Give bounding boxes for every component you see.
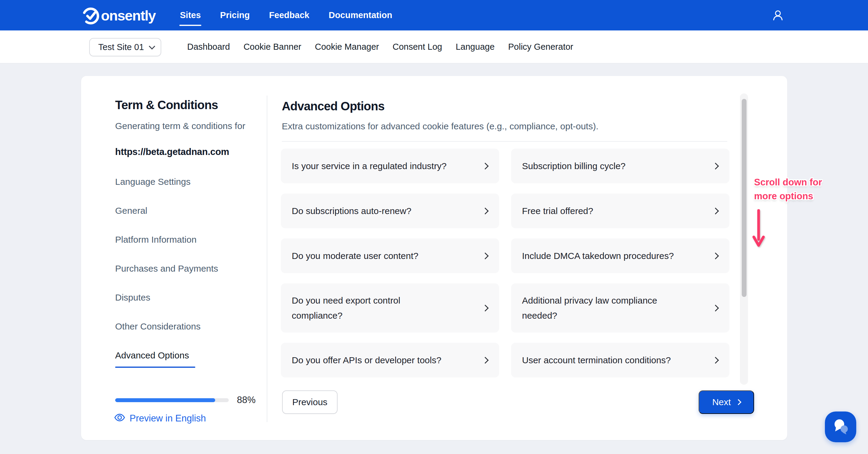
question-regulated-industry[interactable]: Is your service in a regulated industry?	[281, 149, 499, 183]
question-label: Is your service in a regulated industry?	[292, 158, 447, 174]
scroll-annotation-line2: more options	[754, 189, 822, 203]
site-url: https://beta.getadnan.com	[115, 147, 229, 157]
chevron-right-icon	[482, 162, 489, 170]
question-label: Do subscriptions auto-renew?	[292, 204, 411, 218]
panel-divider	[282, 141, 727, 142]
user-icon[interactable]	[772, 9, 784, 22]
panel-scrollbar-thumb[interactable]	[742, 99, 747, 297]
consently-app: onsently Sites Pricing Feedback Document…	[0, 0, 868, 454]
next-button[interactable]: Next	[699, 390, 754, 414]
site-selector-label: Test Site 01	[98, 42, 144, 52]
preview-in-english-link[interactable]: Preview in English	[114, 413, 206, 424]
step-general[interactable]: General	[115, 204, 218, 217]
step-other-considerations[interactable]: Other Considerations	[115, 320, 218, 333]
logo-wordmark: onsently	[101, 7, 156, 24]
step-disputes[interactable]: Disputes	[115, 291, 218, 304]
site-navbar: Test Site 01 Dashboard Cookie Banner Coo…	[0, 30, 868, 64]
question-moderate-content[interactable]: Do you moderate user content?	[281, 238, 499, 273]
step-advanced-options[interactable]: Advanced Options	[115, 349, 218, 362]
questions-grid: Is your service in a regulated industry?…	[281, 149, 730, 377]
chevron-right-icon	[482, 207, 489, 214]
question-auto-renew[interactable]: Do subscriptions auto-renew?	[281, 193, 499, 228]
wizard-steps: Language Settings General Platform Infor…	[115, 176, 218, 378]
top-navbar: onsently Sites Pricing Feedback Document…	[0, 0, 868, 30]
sidebar-divider	[267, 96, 267, 422]
question-label: Include DMCA takedown procedures?	[522, 248, 674, 264]
question-label: Free trial offered?	[522, 204, 593, 218]
chevron-right-icon	[482, 357, 489, 364]
nav-item-documentation[interactable]: Documentation	[329, 10, 392, 20]
nav-item-pricing[interactable]: Pricing	[220, 10, 250, 20]
step-purchases-and-payments[interactable]: Purchases and Payments	[115, 262, 218, 275]
question-billing-cycle[interactable]: Subscription billing cycle?	[511, 149, 730, 183]
question-apis-tools[interactable]: Do you offer APIs or developer tools?	[281, 343, 499, 377]
chevron-right-icon	[482, 252, 489, 259]
chevron-right-icon	[712, 207, 719, 214]
progress-bar-fill	[115, 398, 215, 402]
site-nav-consent-log[interactable]: Consent Log	[393, 42, 442, 52]
question-label: Do you need export control compliance?	[292, 293, 442, 323]
wizard-sidebar: Term & Conditions Generating term & cond…	[81, 76, 267, 440]
chevron-right-icon	[735, 399, 741, 405]
question-label: Do you moderate user content?	[292, 248, 418, 264]
step-language-settings[interactable]: Language Settings	[115, 176, 218, 188]
question-label: Additional privacy law compliance needed…	[522, 293, 673, 323]
site-nav-cookie-banner[interactable]: Cookie Banner	[244, 42, 301, 52]
next-button-label: Next	[712, 397, 731, 407]
progress-bar	[115, 398, 229, 402]
step-platform-information[interactable]: Platform Information	[115, 233, 218, 246]
site-nav-policy-generator[interactable]: Policy Generator	[508, 42, 573, 52]
sidebar-title: Term & Conditions	[115, 98, 218, 112]
question-label: Do you offer APIs or developer tools?	[292, 353, 441, 368]
preview-link-label: Preview in English	[130, 413, 206, 424]
chat-widget-button[interactable]	[825, 412, 856, 442]
panel-title: Advanced Options	[282, 99, 384, 113]
sidebar-subtitle: Generating term & conditions for	[115, 119, 257, 133]
chevron-right-icon	[712, 304, 719, 311]
question-label: Subscription billing cycle?	[522, 158, 626, 174]
chevron-right-icon	[712, 252, 719, 259]
site-nav: Dashboard Cookie Banner Cookie Manager C…	[187, 30, 573, 63]
chevron-down-icon	[149, 43, 155, 50]
question-export-control[interactable]: Do you need export control compliance?	[281, 283, 499, 333]
nav-item-sites[interactable]: Sites	[180, 10, 201, 20]
chevron-right-icon	[712, 162, 719, 170]
nav-item-feedback[interactable]: Feedback	[269, 10, 310, 20]
chevron-right-icon	[712, 357, 719, 364]
site-nav-cookie-manager[interactable]: Cookie Manager	[315, 42, 379, 52]
wizard-card: Term & Conditions Generating term & cond…	[81, 76, 787, 440]
question-privacy-law[interactable]: Additional privacy law compliance needed…	[511, 283, 730, 333]
question-dmca[interactable]: Include DMCA takedown procedures?	[511, 238, 730, 273]
consently-logo-icon	[81, 5, 101, 25]
site-nav-dashboard[interactable]: Dashboard	[187, 42, 230, 52]
panel-description: Extra customizations for advanced cookie…	[282, 121, 598, 131]
previous-button[interactable]: Previous	[282, 390, 338, 414]
scroll-annotation: Scroll down for more options	[754, 176, 822, 203]
scroll-annotation-line1: Scroll down for	[754, 176, 822, 189]
chevron-right-icon	[482, 304, 489, 311]
question-free-trial[interactable]: Free trial offered?	[511, 193, 730, 228]
arrow-down-icon	[752, 209, 766, 249]
eye-icon	[114, 413, 125, 424]
chat-icon	[832, 418, 849, 436]
question-account-termination[interactable]: User account termination conditions?	[511, 343, 730, 377]
question-label: User account termination conditions?	[522, 353, 671, 368]
panel-scrollbar-track[interactable]	[740, 93, 748, 385]
progress-percent: 88%	[237, 394, 255, 406]
consently-logo[interactable]: onsently	[81, 5, 156, 26]
site-selector-dropdown[interactable]: Test Site 01	[89, 38, 161, 56]
site-nav-language[interactable]: Language	[456, 42, 495, 52]
primary-nav: Sites Pricing Feedback Documentation	[180, 0, 393, 30]
